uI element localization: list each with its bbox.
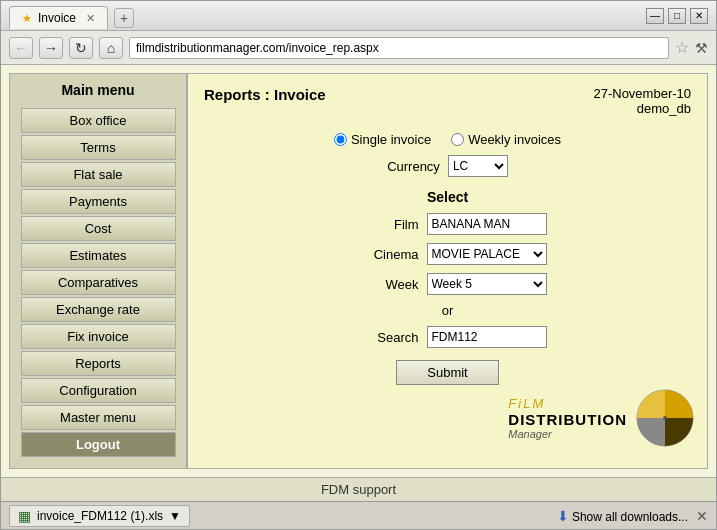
search-input[interactable] xyxy=(427,326,547,348)
or-divider: or xyxy=(204,303,691,318)
sidebar-item-comparatives[interactable]: Comparatives xyxy=(21,270,176,295)
tab-title: Invoice xyxy=(38,11,76,25)
download-icon: ⬇ xyxy=(557,508,569,524)
new-tab-button[interactable]: + xyxy=(114,8,134,28)
file-dropdown-icon[interactable]: ▼ xyxy=(169,509,181,523)
db-display: demo_db xyxy=(593,101,691,116)
logo-text: FiLM DISTRIBUTION Manager xyxy=(508,396,627,440)
weekly-invoice-label[interactable]: Weekly invoices xyxy=(451,132,561,147)
status-file-download[interactable]: ▦ invoice_FDM112 (1).xls ▼ xyxy=(9,505,190,527)
currency-select[interactable]: LC USD EUR xyxy=(448,155,508,177)
sidebar-item-cost[interactable]: Cost xyxy=(21,216,176,241)
maximize-button[interactable]: □ xyxy=(668,8,686,24)
svg-point-1 xyxy=(663,416,667,420)
header-info: 27-November-10 demo_db xyxy=(593,86,691,116)
sidebar-item-flat-sale[interactable]: Flat sale xyxy=(21,162,176,187)
fdm-support-bar: FDM support xyxy=(1,477,716,501)
search-label: Search xyxy=(349,330,419,345)
sidebar-item-exchange-rate[interactable]: Exchange rate xyxy=(21,297,176,322)
fdm-support-text: FDM support xyxy=(321,482,396,497)
sidebar-item-payments[interactable]: Payments xyxy=(21,189,176,214)
content-header: Reports : Invoice 27-November-10 demo_db xyxy=(204,86,691,116)
sidebar-item-estimates[interactable]: Estimates xyxy=(21,243,176,268)
tab-close-button[interactable]: ✕ xyxy=(86,12,95,25)
main-area: Main menu Box office Terms Flat sale Pay… xyxy=(1,65,716,477)
back-button[interactable]: ← xyxy=(9,37,33,59)
refresh-button[interactable]: ↻ xyxy=(69,37,93,59)
film-input[interactable] xyxy=(427,213,547,235)
submit-button[interactable]: Submit xyxy=(396,360,498,385)
logo-film: FiLM xyxy=(508,396,627,411)
single-invoice-text: Single invoice xyxy=(351,132,431,147)
logo-area: FiLM DISTRIBUTION Manager xyxy=(508,388,695,448)
status-bar-close-button[interactable]: ✕ xyxy=(696,508,708,524)
sidebar-item-box-office[interactable]: Box office xyxy=(21,108,176,133)
settings-icon[interactable]: ⚒ xyxy=(695,40,708,56)
forward-button[interactable]: → xyxy=(39,37,63,59)
show-all-downloads[interactable]: ⬇ Show all downloads... xyxy=(557,508,688,524)
select-title: Select xyxy=(204,189,691,205)
week-row: Week Week 5 Week 4 Week 3 Week 2 Week 1 xyxy=(204,273,691,295)
film-row: Film xyxy=(204,213,691,235)
sidebar-item-fix-invoice[interactable]: Fix invoice xyxy=(21,324,176,349)
home-button[interactable]: ⌂ xyxy=(99,37,123,59)
excel-icon: ▦ xyxy=(18,508,31,524)
logo-distribution: DISTRIBUTION xyxy=(508,411,627,428)
sidebar-item-terms[interactable]: Terms xyxy=(21,135,176,160)
close-button[interactable]: ✕ xyxy=(690,8,708,24)
weekly-invoice-text: Weekly invoices xyxy=(468,132,561,147)
page-title: Reports : Invoice xyxy=(204,86,326,103)
sidebar-title: Main menu xyxy=(61,82,134,98)
sidebar-item-reports[interactable]: Reports xyxy=(21,351,176,376)
date-display: 27-November-10 xyxy=(593,86,691,101)
logo-manager: Manager xyxy=(508,428,627,440)
sidebar-item-master-menu[interactable]: Master menu xyxy=(21,405,176,430)
single-invoice-label[interactable]: Single invoice xyxy=(334,132,431,147)
logo-pie-chart xyxy=(635,388,695,448)
address-input[interactable] xyxy=(129,37,669,59)
sidebar-item-configuration[interactable]: Configuration xyxy=(21,378,176,403)
weekly-invoice-radio[interactable] xyxy=(451,133,464,146)
minimize-button[interactable]: — xyxy=(646,8,664,24)
invoice-type-selector: Single invoice Weekly invoices xyxy=(204,132,691,147)
window-controls: — □ ✕ xyxy=(646,8,708,24)
page-content: Main menu Box office Terms Flat sale Pay… xyxy=(1,65,716,501)
content-panel: Reports : Invoice 27-November-10 demo_db… xyxy=(187,73,708,469)
cinema-row: Cinema MOVIE PALACE xyxy=(204,243,691,265)
currency-row: Currency LC USD EUR xyxy=(204,155,691,177)
file-name: invoice_FDM112 (1).xls xyxy=(37,509,163,523)
address-bar: ← → ↻ ⌂ ☆ ⚒ xyxy=(1,31,716,65)
title-bar: ★ Invoice ✕ + — □ ✕ xyxy=(1,1,716,31)
browser-tab[interactable]: ★ Invoice ✕ xyxy=(9,6,108,29)
sidebar-item-logout[interactable]: Logout xyxy=(21,432,176,457)
currency-label: Currency xyxy=(387,159,440,174)
status-bar: ▦ invoice_FDM112 (1).xls ▼ ⬇ Show all do… xyxy=(1,501,716,529)
submit-row: Submit xyxy=(204,360,691,385)
week-select[interactable]: Week 5 Week 4 Week 3 Week 2 Week 1 xyxy=(427,273,547,295)
cinema-select[interactable]: MOVIE PALACE xyxy=(427,243,547,265)
film-label: Film xyxy=(349,217,419,232)
search-row: Search xyxy=(204,326,691,348)
week-label: Week xyxy=(349,277,419,292)
single-invoice-radio[interactable] xyxy=(334,133,347,146)
bookmark-icon[interactable]: ☆ xyxy=(675,38,689,57)
tab-icon: ★ xyxy=(22,12,32,25)
cinema-label: Cinema xyxy=(349,247,419,262)
show-all-text: Show all downloads... xyxy=(572,510,688,524)
sidebar: Main menu Box office Terms Flat sale Pay… xyxy=(9,73,187,469)
